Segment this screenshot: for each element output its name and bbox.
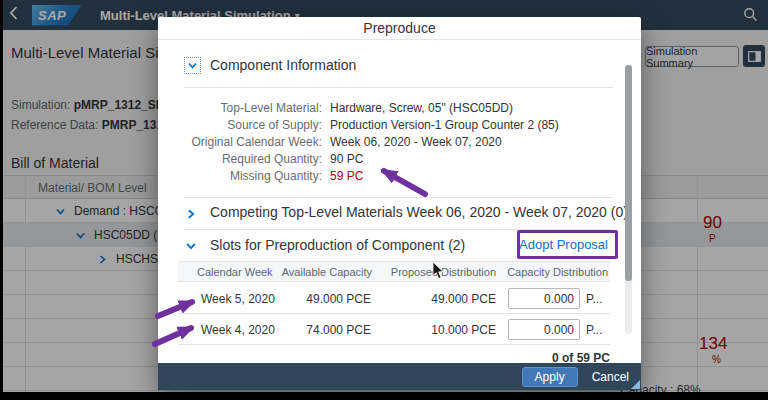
info-row: Required Quantity: 90 PC (158, 152, 641, 169)
slots-collapse-toggle[interactable] (185, 240, 197, 252)
cell-available-capacity: 74.000 PCE (306, 323, 371, 337)
capacity-distribution-input[interactable] (508, 288, 580, 309)
info-value: Production Version-1 Group Counter 2 (85… (330, 118, 559, 132)
col-header-available-capacity: Available Capacity (282, 266, 372, 278)
info-row: Original Calendar Week: Week 06, 2020 - … (158, 135, 641, 152)
screen-bottom-border (0, 392, 768, 400)
dialog-scrollbar[interactable] (625, 65, 632, 334)
cell-unit: P... (586, 323, 602, 337)
info-value: Week 06, 2020 - Week 07, 2020 (330, 135, 502, 149)
info-value: Hardware, Screw, 05" (HSC05DD) (330, 101, 513, 115)
resize-handle[interactable] (631, 380, 640, 389)
info-row-missing-quantity: Missing Quantity: 59 PC (158, 169, 641, 186)
component-info-header: Component Information (210, 57, 356, 73)
col-header-capacity-distribution: Capacity Distribution (507, 266, 608, 278)
cell-proposed-distribution: 10.000 PCE (431, 323, 496, 337)
component-info-collapse-toggle[interactable] (184, 57, 201, 74)
col-header-proposed-distribution: Proposed Distribution (391, 266, 496, 278)
cell-proposed-distribution: 49.000 PCE (431, 292, 496, 306)
info-label: Original Calendar Week: (158, 135, 322, 149)
apply-button[interactable]: Apply (522, 367, 578, 387)
cell-calendar-week: Week 4, 2020 (201, 323, 275, 337)
adopt-proposal-link[interactable]: Adopt Proposal (519, 237, 608, 252)
competing-expand-toggle[interactable] (185, 208, 197, 220)
competing-section-header: Competing Top-Level Materials Week 06, 2… (210, 204, 628, 220)
info-label: Required Quantity: (158, 152, 322, 166)
screen-left-border (0, 0, 3, 400)
scrollbar-thumb[interactable] (625, 65, 632, 281)
info-row: Top-Level Material: Hardware, Screw, 05"… (158, 101, 641, 118)
screen: SAP Multi-Level Material Simulation ▾ Mu… (0, 0, 768, 400)
info-label: Top-Level Material: (158, 101, 322, 115)
preproduce-dialog: Preproduce Component Information Top-Lev… (158, 17, 641, 390)
slots-table-row-week4[interactable]: Week 4, 2020 74.000 PCE 10.000 PCE P... (178, 314, 610, 345)
cancel-button[interactable]: Cancel (592, 370, 629, 384)
slots-table-row-week5[interactable]: Week 5, 2020 49.000 PCE 49.000 PCE P... (178, 283, 610, 314)
cell-calendar-week: Week 5, 2020 (201, 292, 275, 306)
chevron-down-icon (187, 60, 198, 71)
col-header-calendar-week: Calendar Week (197, 266, 273, 278)
info-label: Source of Supply: (158, 118, 322, 132)
info-row: Source of Supply: Production Version-1 G… (158, 118, 641, 135)
slots-table-header-row: Calendar Week Available Capacity Propose… (178, 261, 610, 282)
dialog-footer: Apply Cancel (158, 363, 641, 390)
missing-quantity-value: 59 PC (330, 169, 363, 183)
chevron-down-icon (185, 240, 197, 252)
slots-section-header: Slots for Preproduction of Component (2) (210, 237, 465, 253)
cell-unit: P... (586, 292, 602, 306)
dialog-body: Component Information Top-Level Material… (158, 40, 641, 363)
info-label: Missing Quantity: (158, 169, 322, 183)
info-value: 90 PC (330, 152, 363, 166)
dialog-title: Preproduce (158, 17, 641, 40)
chevron-right-icon (185, 208, 197, 220)
capacity-distribution-input[interactable] (508, 319, 580, 340)
cell-available-capacity: 49.000 PCE (306, 292, 371, 306)
